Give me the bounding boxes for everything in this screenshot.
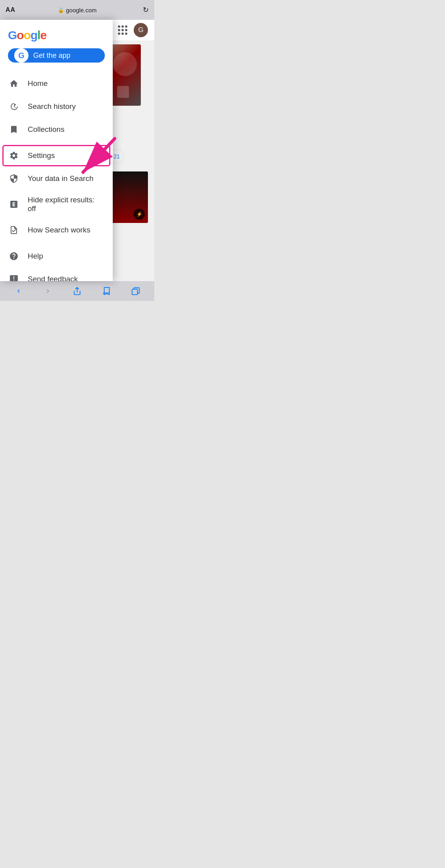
- url-text: google.com: [66, 7, 97, 13]
- get-app-label: Get the app: [33, 51, 70, 60]
- feedback-icon: [8, 273, 20, 281]
- history-icon: [8, 101, 20, 112]
- collections-label: Collections: [28, 125, 64, 134]
- get-app-button[interactable]: G Get the app: [8, 48, 105, 63]
- home-icon: [8, 78, 20, 89]
- menu-item-collections[interactable]: Collections: [0, 118, 113, 141]
- browser-toolbar: [0, 281, 154, 301]
- menu-item-help[interactable]: Help: [0, 245, 113, 268]
- menu-item-search-history[interactable]: Search history: [0, 95, 113, 118]
- font-size-control[interactable]: AA: [6, 6, 15, 13]
- back-button[interactable]: [10, 282, 27, 300]
- url-bar[interactable]: 🔒 google.com: [58, 7, 97, 13]
- shield-icon: [8, 173, 20, 185]
- browser-address-bar: AA 🔒 google.com ↻: [0, 0, 154, 20]
- lock-icon: 🔒: [58, 7, 64, 13]
- grid-dot: [118, 32, 120, 35]
- menu-item-how-search[interactable]: How Search works: [0, 219, 113, 242]
- bookmark-icon: [8, 124, 20, 135]
- logo-o2: o: [24, 29, 30, 42]
- forward-button[interactable]: [39, 282, 57, 300]
- logo-g2: g: [30, 29, 37, 42]
- home-label: Home: [28, 79, 48, 88]
- side-menu: Google G Get the app Home: [0, 20, 113, 281]
- get-app-g-circle: G: [14, 48, 28, 63]
- apps-grid-icon[interactable]: [118, 25, 127, 35]
- how-search-label: How Search works: [28, 226, 90, 234]
- get-app-g-icon: G: [18, 51, 25, 60]
- search-doc-icon: [8, 224, 20, 236]
- your-data-label: Your data in Search: [28, 174, 93, 183]
- user-avatar[interactable]: G: [134, 23, 148, 37]
- grid-dot: [121, 29, 124, 31]
- google-logo: Google: [0, 20, 113, 48]
- menu-item-hide-explicit[interactable]: Hide explicit results: off: [0, 190, 113, 219]
- grid-dot: [125, 29, 127, 31]
- gear-icon: [8, 150, 20, 162]
- bookmarks-button[interactable]: [98, 282, 115, 300]
- help-icon: [8, 250, 20, 262]
- send-feedback-label: Send feedback: [28, 275, 78, 281]
- logo-o1: o: [17, 29, 23, 42]
- tabs-button[interactable]: [127, 282, 144, 300]
- menu-item-your-data[interactable]: Your data in Search: [0, 167, 113, 190]
- share-button[interactable]: [68, 282, 86, 300]
- logo-l: l: [37, 29, 40, 42]
- menu-item-send-feedback[interactable]: Send feedback: [0, 268, 113, 281]
- menu-item-settings[interactable]: Settings: [0, 144, 113, 167]
- grid-dot: [118, 29, 120, 31]
- help-label: Help: [28, 252, 43, 261]
- grid-dot: [125, 25, 127, 28]
- grid-dot: [121, 32, 124, 35]
- svg-rect-3: [132, 289, 138, 295]
- explicit-icon: [8, 198, 20, 210]
- grid-dot: [118, 25, 120, 28]
- grid-dot: [121, 25, 124, 28]
- video-play-indicator: ⚡: [134, 209, 145, 220]
- settings-label: Settings: [28, 151, 55, 160]
- logo-e: e: [40, 29, 47, 42]
- search-history-label: Search history: [28, 102, 76, 111]
- reload-button[interactable]: ↻: [143, 6, 149, 14]
- hide-explicit-label: Hide explicit results: off: [28, 196, 105, 213]
- grid-dot: [125, 32, 127, 35]
- menu-item-home[interactable]: Home: [0, 72, 113, 95]
- logo-g1: G: [8, 29, 17, 42]
- main-content: G ey Temple: [0, 20, 154, 281]
